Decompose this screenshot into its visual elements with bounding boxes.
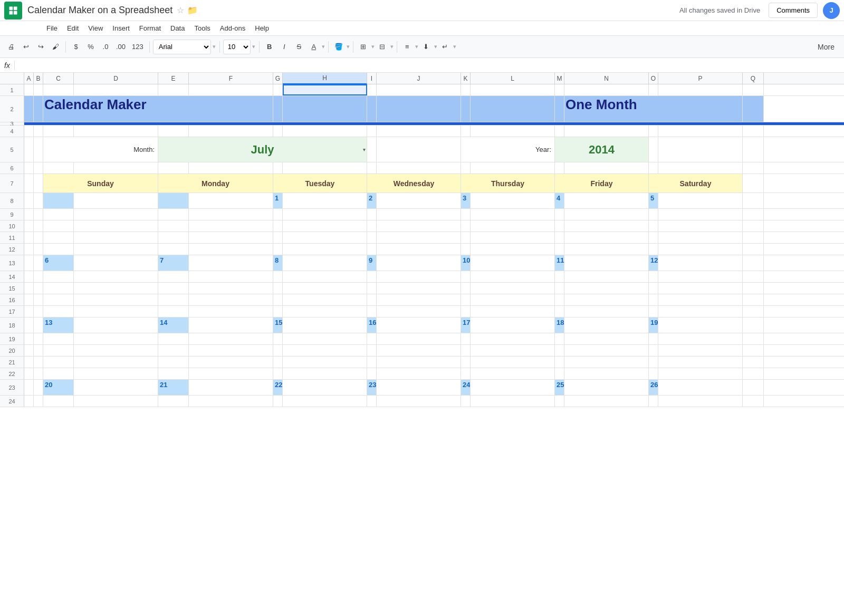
w1-wed-9b[interactable]	[377, 209, 461, 220]
week2-thu-body[interactable]	[471, 255, 555, 271]
cell-a15[interactable]	[24, 283, 34, 294]
menu-edit[interactable]: Edit	[63, 22, 83, 34]
w2-tue-17[interactable]	[273, 306, 283, 317]
w2-fri-17[interactable]	[555, 306, 564, 317]
w4-mon-24[interactable]	[158, 396, 189, 407]
w3-sun-21[interactable]	[43, 357, 74, 368]
w3-sat-21[interactable]	[649, 357, 658, 368]
w1-wed-12b[interactable]	[377, 244, 461, 255]
week4-mon-body[interactable]	[189, 380, 273, 395]
cell-m4[interactable]	[555, 126, 564, 137]
col-header-g[interactable]: G	[273, 73, 283, 84]
cell-b10[interactable]	[34, 220, 43, 232]
week1-mon-body[interactable]	[189, 193, 273, 208]
w2-sat-17[interactable]	[649, 306, 658, 317]
w1-tue-11[interactable]	[273, 232, 283, 243]
cell-b24[interactable]	[34, 396, 43, 407]
cell-i6[interactable]	[367, 162, 377, 174]
w2-wed-14[interactable]	[367, 271, 377, 282]
w2-sun-17b[interactable]	[74, 306, 158, 317]
font-size-select[interactable]: 10	[223, 40, 251, 54]
cell-b7[interactable]	[34, 174, 43, 192]
w1-mon-10[interactable]	[158, 220, 189, 232]
cell-a11[interactable]	[24, 232, 34, 243]
col-header-l[interactable]: L	[471, 73, 555, 84]
w2-tue-16b[interactable]	[283, 294, 367, 305]
italic-button[interactable]: I	[277, 40, 291, 54]
cell-b14[interactable]	[34, 271, 43, 282]
w3-wed-21b[interactable]	[377, 357, 461, 368]
cell-q15[interactable]	[743, 283, 764, 294]
borders-button[interactable]: ⊞	[357, 40, 370, 54]
week4-tue-body[interactable]	[283, 380, 367, 395]
cell-k6[interactable]	[461, 162, 471, 174]
w1-sat-12b[interactable]	[658, 244, 743, 255]
w1-sun-12b[interactable]	[74, 244, 158, 255]
cell-g4[interactable]	[273, 126, 283, 137]
cell-b5[interactable]	[34, 137, 43, 162]
w3-fri-21b[interactable]	[564, 357, 649, 368]
w3-thu-21[interactable]	[461, 357, 471, 368]
w1-mon-9[interactable]	[158, 209, 189, 220]
week3-wed-body[interactable]	[377, 317, 461, 333]
cell-a6[interactable]	[24, 162, 34, 174]
w3-sun-19b[interactable]	[74, 333, 158, 344]
w1-sun-10b[interactable]	[74, 220, 158, 232]
cell-b1[interactable]	[34, 84, 43, 95]
w4-wed-24b[interactable]	[377, 396, 461, 407]
cell-b21[interactable]	[34, 357, 43, 368]
cell-b2[interactable]	[34, 96, 43, 122]
w1-fri-12[interactable]	[555, 244, 564, 255]
week1-thu-body[interactable]	[471, 193, 555, 208]
w3-sun-22b[interactable]	[74, 368, 158, 379]
w2-fri-16[interactable]	[555, 294, 564, 305]
cell-k4[interactable]	[461, 126, 471, 137]
w3-fri-19[interactable]	[555, 333, 564, 344]
w1-fri-9[interactable]	[555, 209, 564, 220]
cell-h6[interactable]	[283, 162, 367, 174]
cell-b19[interactable]	[34, 333, 43, 344]
w4-mon-24b[interactable]	[189, 396, 273, 407]
w1-wed-9[interactable]	[367, 209, 377, 220]
w3-thu-22b[interactable]	[471, 368, 555, 379]
w3-thu-22[interactable]	[461, 368, 471, 379]
menu-tools[interactable]: Tools	[190, 22, 214, 34]
percent-button[interactable]: %	[84, 40, 98, 54]
w2-tue-17b[interactable]	[283, 306, 367, 317]
w3-mon-21[interactable]	[158, 357, 189, 368]
week3-sat-body[interactable]	[658, 317, 743, 333]
menu-view[interactable]: View	[84, 22, 107, 34]
comments-button[interactable]: Comments	[769, 3, 818, 18]
w2-wed-17b[interactable]	[377, 306, 461, 317]
w1-sat-11[interactable]	[649, 232, 658, 243]
cell-q24[interactable]	[743, 396, 764, 407]
menu-addons[interactable]: Add-ons	[216, 22, 250, 34]
w2-mon-15[interactable]	[158, 283, 189, 294]
w3-tue-21b[interactable]	[283, 357, 367, 368]
cell-q6[interactable]	[743, 162, 764, 174]
col-header-k[interactable]: K	[461, 73, 471, 84]
menu-insert[interactable]: Insert	[108, 22, 134, 34]
cell-h1[interactable]	[283, 84, 367, 95]
cell-q19[interactable]	[743, 333, 764, 344]
month-value-cell[interactable]: July ▾	[158, 137, 367, 162]
w2-fri-17b[interactable]	[564, 306, 649, 317]
w1-thu-9[interactable]	[461, 209, 471, 220]
cell-q11[interactable]	[743, 232, 764, 243]
cell-l2[interactable]	[471, 96, 555, 122]
star-icon[interactable]: ☆	[177, 5, 184, 15]
week1-tue-body[interactable]	[283, 193, 367, 208]
w1-tue-12[interactable]	[273, 244, 283, 255]
w3-fri-22[interactable]	[555, 368, 564, 379]
cell-q22[interactable]	[743, 368, 764, 379]
w2-thu-15[interactable]	[461, 283, 471, 294]
cell-p4[interactable]	[658, 126, 743, 137]
cell-a4[interactable]	[24, 126, 34, 137]
w3-mon-21b[interactable]	[189, 357, 273, 368]
w3-fri-20[interactable]	[555, 345, 564, 356]
cell-n6[interactable]	[564, 162, 649, 174]
week3-fri-body[interactable]	[564, 317, 649, 333]
week1-wed-body[interactable]	[377, 193, 461, 208]
w4-sat-24[interactable]	[649, 396, 658, 407]
cell-o4[interactable]	[649, 126, 658, 137]
